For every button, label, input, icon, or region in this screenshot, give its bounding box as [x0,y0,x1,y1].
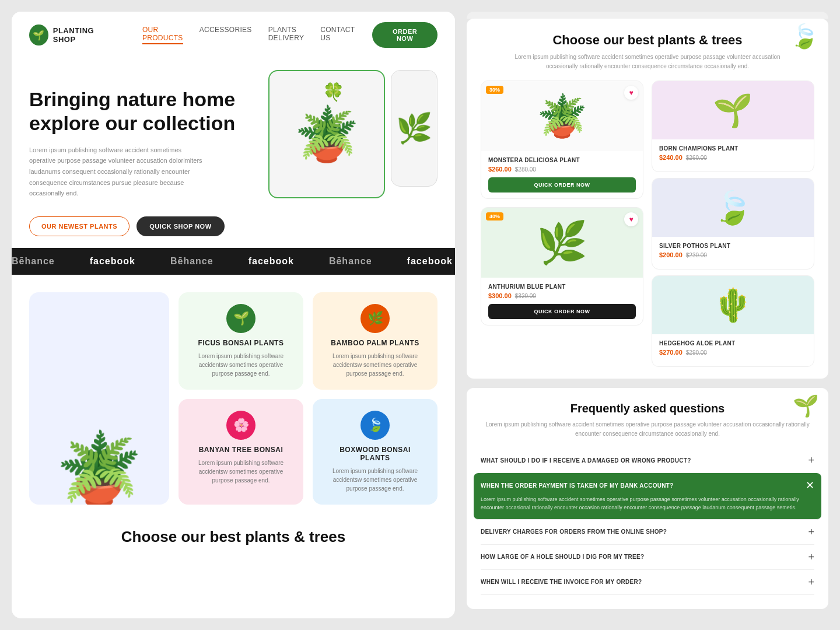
product-hedgehog-price: $270.00 [659,349,682,356]
faq-question-1[interactable]: WHAT SHOULD I DO IF I RECEIVE A DAMAGED … [481,455,814,466]
faq-q-text-3: DELIVERY CHARGES FOR ORDERS FROM THE ONL… [481,528,667,535]
faq-section: 🌱 Frequently asked questions Lorem ipsum… [467,388,828,609]
product-hedgehog-name: HEDGEHOG ALOE PLANT [659,340,807,346]
ficus-icon: 🌱 [226,304,256,333]
nav-accessories[interactable]: ACCESSORIES [200,26,252,44]
product-hedgehog-prices: $270.00 $290.00 [659,349,807,356]
boxwood-name: BOXWOOD BONSAI PLANTS [324,446,426,462]
product-born-info: BORN CHAMPIONS PLANT $240.00 $260.00 [652,139,814,172]
navbar: 🌱 PLANTING SHOP OUR PRODUCTS ACCESSORIES… [12,12,455,58]
product-hedgehog-image: 🌵 [652,276,814,334]
plant-image-side: 🌿 [396,111,432,145]
ticker-item: facebook [90,256,135,267]
product-hedgehog-emoji: 🌵 [713,286,753,324]
faq-icon-3: + [808,527,814,537]
ticker-content: Bēhance facebook Bēhance facebook Bēhanc… [12,256,455,267]
faq-header: Frequently asked questions Lorem ipsum p… [481,402,814,439]
hero-buttons: OUR NEWEST PLANTS QUICK SHOP NOW [29,216,268,236]
faq-q-text-5: WHEN WILL I RECEIVE THE INVOICE FOR MY O… [481,579,642,585]
hero-images: 🍀 🪴 🌿 [268,70,438,198]
left-panel: 🌱 PLANTING SHOP OUR PRODUCTS ACCESSORIES… [12,12,455,618]
product-anthurium-emoji: 🌿 [537,219,587,267]
logo-text: PLANTING SHOP [53,26,113,44]
faq-item-4: HOW LARGE OF A HOLE SHOULD I DIG FOR MY … [481,545,814,570]
shop-section: 🍃 Choose our best plants & trees Lorem i… [467,19,828,379]
product-anthurium-prices: $300.00 $320.00 [488,292,636,299]
product-monstera-prices: $260.00 $280.00 [488,166,636,173]
product-anthurium-price: $300.00 [488,292,512,299]
product-silver-info: SILVER POTHOS PLANT $200.00 $230.00 [652,237,814,269]
product-born-price: $240.00 [659,154,682,161]
ticker-item: Bēhance [12,256,55,267]
product-born-oldprice: $260.00 [686,155,707,161]
category-banyan[interactable]: 🌸 BANYAN TREE BONSAI Lorem ipsum publish… [178,399,303,505]
faq-item-5: WHEN WILL I RECEIVE THE INVOICE FOR MY O… [481,570,814,595]
bamboo-name: BAMBOO PALM PLANTS [331,339,419,347]
product-anthurium-oldprice: $320.00 [515,293,536,299]
product-born-image: 🌱 [652,81,814,139]
product-silver-pothos: 🍃 SILVER POTHOS PLANT $200.00 $230.00 [652,178,814,270]
quick-shop-button[interactable]: QUICK SHOP NOW [136,216,224,236]
nav-links: OUR PRODUCTS ACCESSORIES PLANTS DELIVERY… [142,26,355,44]
product-anthurium-order-button[interactable]: QUICK ORDER NOW [488,304,636,319]
hero-description: Lorem ipsum publishing software accident… [29,145,204,199]
category-bamboo[interactable]: 🌿 BAMBOO PALM PLANTS Lorem ipsum publish… [313,292,438,390]
shop-description: Lorem ipsum publishing software accident… [502,52,793,71]
faq-question-3[interactable]: DELIVERY CHARGES FOR ORDERS FROM THE ONL… [481,527,814,537]
logo[interactable]: 🌱 PLANTING SHOP [29,24,113,46]
faq-item-3: DELIVERY CHARGES FOR ORDERS FROM THE ONL… [481,520,814,545]
ticker-item: facebook [407,256,453,267]
nav-contact-us[interactable]: CONTACT US [320,26,355,44]
ticker-item: Bēhance [170,256,214,267]
product-monstera: 30% ♥ 🪴 MONSTERA DELICIOSA PLANT $260.00… [481,80,643,199]
faq-question-5[interactable]: WHEN WILL I RECEIVE THE INVOICE FOR MY O… [481,577,814,587]
category-boxwood[interactable]: 🍃 BOXWOOD BONSAI PLANTS Lorem ipsum publ… [313,399,438,505]
categories-section: 🪴 🌱 FICUS BONSAI PLANTS Lorem ipsum publ… [12,275,455,522]
product-anthurium-heart[interactable]: ♥ [624,212,638,226]
faq-icon-5: + [808,577,814,587]
product-anthurium-name: ANTHURIUM BLUE PLANT [488,284,636,290]
category-ficus[interactable]: 🌱 FICUS BONSAI PLANTS Lorem ipsum publis… [178,292,303,390]
leaf-decoration-right: 🍃 [790,24,819,48]
product-born-name: BORN CHAMPIONS PLANT [659,145,807,152]
faq-description: Lorem ipsum publishing software accident… [481,420,814,439]
clover-decoration: 🍀 [323,82,344,102]
faq-leaf-decoration: 🌱 [793,394,819,418]
product-silver-prices: $200.00 $230.00 [659,251,807,258]
product-monstera-emoji: 🪴 [537,92,587,140]
boxwood-desc: Lorem ipsum publishing software accident… [324,467,426,493]
ticker-bar: Bēhance facebook Bēhance facebook Bēhanc… [12,248,455,275]
product-monstera-image: 30% ♥ 🪴 [481,81,643,151]
faq-icon-4: + [808,552,814,562]
shop-header: Choose our best plants & trees Lorem ips… [481,33,814,71]
ficus-desc: Lorem ipsum publishing software accident… [190,352,292,378]
ticker-item: facebook [249,256,294,267]
plant-image-main: 🪴 [294,104,359,165]
nav-plants-delivery[interactable]: PLANTS DELIVERY [268,26,304,44]
product-silver-oldprice: $230.00 [686,252,707,258]
banyan-icon: 🌸 [226,411,256,440]
product-monstera-heart[interactable]: ♥ [624,86,638,100]
faq-q-text-1: WHAT SHOULD I DO IF I RECEIVE A DAMAGED … [481,457,691,464]
product-monstera-order-button[interactable]: QUICK ORDER NOW [488,177,636,192]
product-silver-emoji: 🍃 [713,189,753,227]
right-panel: 🍃 Choose our best plants & trees Lorem i… [467,12,828,618]
nav-our-products[interactable]: OUR PRODUCTS [142,26,183,44]
top-strip [467,12,828,19]
hero-text: Bringing nature home explore our collect… [29,76,268,236]
faq-item-1: WHAT SHOULD I DO IF I RECEIVE A DAMAGED … [481,448,814,473]
faq-item-2: WHEN THE ORDER PAYMENT IS TAKEN OF MY BA… [474,473,821,520]
boxwood-icon: 🍃 [360,411,390,440]
product-monstera-price: $260.00 [488,166,512,173]
faq-title: Frequently asked questions [481,402,814,415]
product-hedgehog-info: HEDGEHOG ALOE PLANT $270.00 $290.00 [652,334,814,366]
feature-plant-card: 🪴 [29,292,169,505]
product-anthurium-badge: 40% [486,212,503,220]
product-anthurium: 40% ♥ 🌿 ANTHURIUM BLUE PLANT $300.00 $32… [481,207,643,326]
product-monstera-name: MONSTERA DELICIOSA PLANT [488,157,636,163]
banyan-name: BANYAN TREE BONSAI [199,446,284,454]
order-now-button[interactable]: ORDER NOW [372,22,438,48]
faq-question-4[interactable]: HOW LARGE OF A HOLE SHOULD I DIG FOR MY … [481,552,814,562]
faq-question-2[interactable]: WHEN THE ORDER PAYMENT IS TAKEN OF MY BA… [481,480,814,491]
newest-plants-button[interactable]: OUR NEWEST PLANTS [29,216,130,236]
